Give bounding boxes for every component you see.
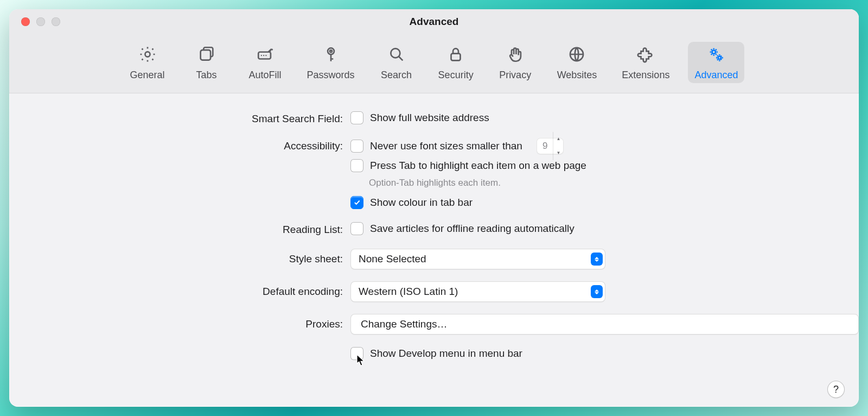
tab-label: Security <box>438 70 474 81</box>
svg-point-5 <box>265 55 266 56</box>
press-tab-hint: Option-Tab highlights each item. <box>369 177 859 189</box>
help-button[interactable]: ? <box>827 381 845 398</box>
checkbox-icon <box>350 222 363 235</box>
lock-icon <box>446 45 465 66</box>
svg-rect-9 <box>451 54 461 61</box>
close-window-button[interactable] <box>21 17 30 26</box>
preferences-toolbar: General Tabs AutoFill Passwords Search <box>9 34 859 93</box>
zoom-window-button[interactable] <box>52 17 60 26</box>
tab-label: Tabs <box>196 70 217 81</box>
help-label: ? <box>833 384 839 395</box>
tab-label: Advanced <box>694 70 738 81</box>
tab-label: Search <box>381 70 412 81</box>
checkbox-label: Show full website address <box>370 111 489 125</box>
svg-point-4 <box>263 55 264 56</box>
svg-rect-1 <box>200 50 210 60</box>
tab-general[interactable]: General <box>124 42 171 83</box>
gears-icon <box>707 45 725 66</box>
tab-extensions[interactable]: Extensions <box>615 42 676 83</box>
checkbox-icon <box>350 347 363 360</box>
proxies-label: Proxies: <box>9 314 350 331</box>
default-encoding-label: Default encoding: <box>9 281 350 299</box>
checkbox-icon <box>350 196 363 209</box>
checkbox-label: Show Develop menu in menu bar <box>370 346 522 361</box>
svg-point-3 <box>260 55 261 56</box>
show-full-address-checkbox[interactable]: Show full website address <box>350 111 859 125</box>
checkbox-label: Save articles for offline reading automa… <box>370 222 575 236</box>
svg-point-11 <box>712 50 716 54</box>
popup-knob-icon <box>591 285 603 298</box>
puzzle-icon <box>636 45 655 66</box>
tab-passwords[interactable]: Passwords <box>301 42 361 83</box>
popup-value: None Selected <box>359 253 426 265</box>
min-font-size-checkbox[interactable]: Never use font sizes smaller than <box>350 139 522 153</box>
tab-search[interactable]: Search <box>373 42 420 83</box>
save-offline-checkbox[interactable]: Save articles for offline reading automa… <box>350 222 859 236</box>
checkbox-label: Never use font sizes smaller than <box>370 139 522 153</box>
tab-autofill[interactable]: AutoFill <box>242 42 289 83</box>
tab-label: Extensions <box>622 70 669 81</box>
search-icon <box>387 45 406 66</box>
gear-icon <box>138 45 157 66</box>
show-develop-menu-checkbox[interactable]: Show Develop menu in menu bar <box>350 346 859 361</box>
svg-point-12 <box>718 56 722 60</box>
button-label: Change Settings… <box>361 318 448 330</box>
tab-websites[interactable]: Websites <box>551 42 604 83</box>
checkbox-label: Show colour in tab bar <box>370 196 473 210</box>
style-sheet-popup[interactable]: None Selected <box>350 249 605 269</box>
checkbox-icon <box>350 159 363 172</box>
show-colour-tab-bar-checkbox[interactable]: Show colour in tab bar <box>350 196 859 210</box>
spacer <box>9 346 350 348</box>
checkbox-label: Press Tab to highlight each item on a we… <box>370 159 586 173</box>
stepper-arrows: ▲▼ <box>553 132 563 160</box>
tab-label: Passwords <box>307 70 355 81</box>
press-tab-checkbox[interactable]: Press Tab to highlight each item on a we… <box>350 159 859 173</box>
default-encoding-popup[interactable]: Western (ISO Latin 1) <box>350 281 605 302</box>
minimize-window-button[interactable] <box>36 17 45 26</box>
smart-search-label: Smart Search Field: <box>9 111 350 126</box>
popup-knob-icon <box>591 253 603 266</box>
tab-label: Privacy <box>499 70 531 81</box>
tab-tabs[interactable]: Tabs <box>183 42 230 83</box>
svg-rect-2 <box>258 52 271 59</box>
window-controls <box>21 17 60 26</box>
svg-point-6 <box>328 48 334 54</box>
checkbox-icon <box>350 111 363 124</box>
advanced-pane: Smart Search Field: Show full website ad… <box>9 93 859 407</box>
titlebar: Advanced <box>9 9 859 34</box>
preferences-window: Advanced General Tabs AutoFill Passwords <box>9 9 859 407</box>
key-icon <box>322 45 340 66</box>
popup-value: Western (ISO Latin 1) <box>359 286 458 298</box>
tab-label: AutoFill <box>249 70 282 81</box>
hand-icon <box>506 45 525 66</box>
tabs-icon <box>197 45 216 66</box>
tab-privacy[interactable]: Privacy <box>492 42 539 83</box>
tab-label: General <box>130 70 165 81</box>
change-proxy-settings-button[interactable]: Change Settings… <box>350 314 859 335</box>
window-title: Advanced <box>9 16 859 28</box>
autofill-icon <box>256 45 275 66</box>
style-sheet-label: Style sheet: <box>9 249 350 266</box>
svg-point-7 <box>330 50 332 52</box>
min-font-size-stepper[interactable]: 9 ▲▼ <box>537 138 564 154</box>
stepper-value: 9 <box>537 139 553 153</box>
tab-label: Websites <box>557 70 597 81</box>
reading-list-label: Reading List: <box>9 222 350 237</box>
svg-point-0 <box>145 52 150 56</box>
tab-advanced[interactable]: Advanced <box>688 42 744 83</box>
svg-point-8 <box>391 48 400 58</box>
tab-security[interactable]: Security <box>432 42 480 83</box>
globe-icon <box>567 45 586 66</box>
accessibility-label: Accessibility: <box>9 138 350 153</box>
checkbox-icon <box>350 140 363 153</box>
